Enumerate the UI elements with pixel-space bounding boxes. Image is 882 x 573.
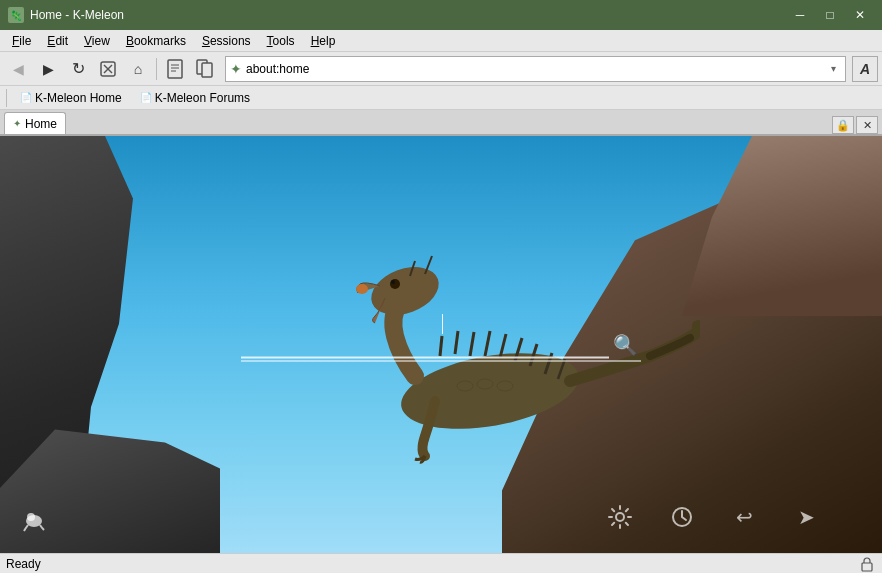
bookmark-kmeleon-forums[interactable]: 📄 K-Meleon Forums xyxy=(133,88,257,108)
status-bar: Ready xyxy=(0,553,882,573)
menu-edit[interactable]: Edit xyxy=(39,32,76,50)
tab-home-label: Home xyxy=(25,117,57,131)
character-icon xyxy=(20,505,48,533)
bookmark-kmeleon-home-label: K-Meleon Home xyxy=(35,91,122,105)
status-right xyxy=(858,555,876,573)
settings-icon[interactable] xyxy=(604,501,636,533)
tab-bar-right: 🔒 ✕ xyxy=(828,116,882,134)
address-icon: ✦ xyxy=(230,61,242,77)
title-bar-left: 🦎 Home - K-Meleon xyxy=(8,7,124,23)
address-dropdown[interactable]: ▾ xyxy=(825,57,841,81)
bookmarks-separator-left xyxy=(6,89,7,107)
address-end-button[interactable]: A xyxy=(852,56,878,82)
title-bar-controls: ─ □ ✕ xyxy=(786,5,874,25)
search-button[interactable]: 🔍 xyxy=(609,328,641,360)
menu-sessions[interactable]: Sessions xyxy=(194,32,259,50)
tab-lock-button[interactable]: 🔒 xyxy=(832,116,854,134)
tab-close-button[interactable]: ✕ xyxy=(856,116,878,134)
status-text: Ready xyxy=(6,557,41,571)
bookmark-kmeleon-forums-label: K-Meleon Forums xyxy=(155,91,250,105)
bookmark-page-icon-1: 📄 xyxy=(20,92,32,103)
search-input[interactable] xyxy=(241,330,609,358)
iguana-image xyxy=(280,226,700,536)
menu-bookmarks[interactable]: Bookmarks xyxy=(118,32,194,50)
svg-rect-32 xyxy=(862,563,872,571)
content-area: 🔍 ↩ ➤ xyxy=(0,136,882,553)
app-icon: 🦎 xyxy=(8,7,24,23)
svg-point-29 xyxy=(27,513,35,521)
clock-icon xyxy=(669,504,695,530)
window-title: Home - K-Meleon xyxy=(30,8,124,22)
bookmarks-icon xyxy=(195,59,215,79)
address-bar: ✦ ▾ xyxy=(225,56,846,82)
svg-rect-3 xyxy=(168,60,182,78)
bookmark-page-icon-2: 📄 xyxy=(140,92,152,103)
nav-back-icon[interactable]: ↩ xyxy=(728,501,760,533)
bookmarks-bar: 📄 K-Meleon Home 📄 K-Meleon Forums xyxy=(0,86,882,110)
stop-button[interactable] xyxy=(94,56,122,82)
home-button[interactable]: ⌂ xyxy=(124,56,152,82)
search-overlay: 🔍 xyxy=(241,328,641,361)
svg-point-12 xyxy=(391,280,395,284)
toolbar-separator-1 xyxy=(156,58,157,80)
forward-button[interactable]: ▶ xyxy=(34,56,62,82)
address-input[interactable] xyxy=(246,62,821,76)
open-bookmarks-button[interactable] xyxy=(191,56,219,82)
minimize-button[interactable]: ─ xyxy=(786,5,814,25)
svg-point-11 xyxy=(390,279,400,289)
nav-forward-icon[interactable]: ➤ xyxy=(790,501,822,533)
menu-file[interactable]: File xyxy=(4,32,39,50)
toolbar: ◀ ▶ ↻ ⌂ ✦ ▾ A xyxy=(0,52,882,86)
reload-button[interactable]: ↻ xyxy=(64,56,92,82)
back-button[interactable]: ◀ xyxy=(4,56,32,82)
title-bar: 🦎 Home - K-Meleon ─ □ ✕ xyxy=(0,0,882,30)
status-lock-icon xyxy=(858,555,876,573)
svg-point-30 xyxy=(616,513,624,521)
tab-home[interactable]: ✦ Home xyxy=(4,112,66,134)
svg-rect-8 xyxy=(202,63,212,77)
bottom-icons: ↩ ➤ xyxy=(604,501,822,533)
maximize-button[interactable]: □ xyxy=(816,5,844,25)
menu-bar: File Edit View Bookmarks Sessions Tools … xyxy=(0,30,882,52)
close-button[interactable]: ✕ xyxy=(846,5,874,25)
bookmark-page-button[interactable] xyxy=(161,56,189,82)
bookmark-page-icon xyxy=(166,59,184,79)
gear-icon xyxy=(607,504,633,530)
stop-icon xyxy=(100,61,116,77)
menu-view[interactable]: View xyxy=(76,32,118,50)
search-bar: 🔍 xyxy=(241,328,641,361)
menu-tools[interactable]: Tools xyxy=(259,32,303,50)
bookmark-kmeleon-home[interactable]: 📄 K-Meleon Home xyxy=(13,88,129,108)
bottom-left-icon[interactable] xyxy=(18,503,50,535)
tab-home-icon: ✦ xyxy=(13,118,21,129)
history-icon[interactable] xyxy=(666,501,698,533)
svg-point-27 xyxy=(356,284,368,294)
tab-bar: ✦ Home 🔒 ✕ xyxy=(0,110,882,136)
menu-help[interactable]: Help xyxy=(303,32,344,50)
